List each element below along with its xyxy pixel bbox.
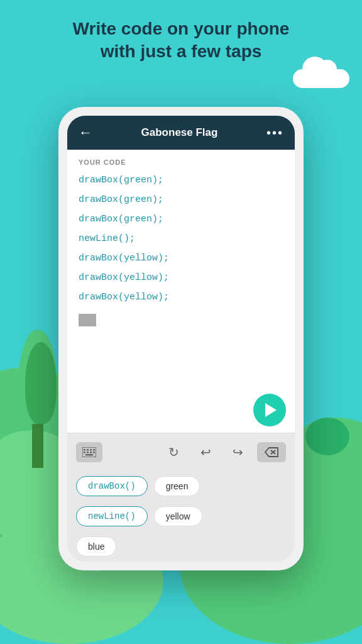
screen-title: Gabonese Flag xyxy=(141,126,218,139)
chip-newline[interactable]: newLine() xyxy=(76,506,148,526)
text-cursor xyxy=(79,314,96,326)
delete-icon xyxy=(265,447,278,457)
svg-rect-8 xyxy=(93,452,95,453)
code-line-5: drawBox(yellow); xyxy=(79,252,283,265)
more-button[interactable]: ••• xyxy=(266,126,283,140)
keyboard-toggle-button[interactable] xyxy=(76,442,102,462)
code-line-1: drawBox(green); xyxy=(79,174,283,187)
code-line-2: drawBox(green); xyxy=(79,193,283,206)
tree-top-dark xyxy=(25,342,57,424)
back-button[interactable]: ← xyxy=(79,125,92,141)
bush-decoration xyxy=(305,418,349,455)
chip-drawbox[interactable]: drawBox() xyxy=(76,476,148,496)
chip-blue[interactable]: blue xyxy=(76,536,116,557)
tree-decoration xyxy=(19,330,57,468)
run-button[interactable] xyxy=(253,394,286,426)
code-line-3: drawBox(green); xyxy=(79,213,283,226)
refresh-button[interactable]: ↻ xyxy=(161,440,187,465)
code-line-6: drawBox(yellow); xyxy=(79,271,283,284)
chips-row-3: blue xyxy=(67,531,295,562)
svg-rect-9 xyxy=(85,454,93,456)
headline-text: Write code on your phone with just a few… xyxy=(25,18,337,64)
redo-button[interactable]: ↪ xyxy=(225,440,251,465)
keyboard-icon xyxy=(82,447,96,457)
code-line-4: newLine(); xyxy=(79,232,283,245)
svg-rect-6 xyxy=(87,452,89,453)
svg-rect-4 xyxy=(93,449,95,451)
phone-screen: ← Gabonese Flag ••• YOUR CODE drawBox(gr… xyxy=(67,116,295,562)
headline: Write code on your phone with just a few… xyxy=(0,18,362,64)
code-label: YOUR CODE xyxy=(79,158,283,166)
chip-yellow[interactable]: yellow xyxy=(154,506,202,526)
phone-frame: ← Gabonese Flag ••• YOUR CODE drawBox(gr… xyxy=(58,107,304,570)
svg-rect-3 xyxy=(90,449,92,451)
svg-rect-2 xyxy=(87,449,89,451)
undo-button[interactable]: ↩ xyxy=(193,440,219,465)
cloud-decoration xyxy=(293,69,349,88)
code-editor[interactable]: YOUR CODE drawBox(green); drawBox(green)… xyxy=(67,150,295,389)
code-line-7: drawBox(yellow); xyxy=(79,291,283,304)
tree-trunk xyxy=(32,424,43,468)
chips-row-2: newLine() yellow xyxy=(67,501,295,531)
chips-row-1: drawBox() green xyxy=(67,471,295,501)
svg-rect-7 xyxy=(90,452,92,453)
svg-rect-1 xyxy=(84,449,85,451)
svg-rect-5 xyxy=(84,452,85,453)
delete-button[interactable] xyxy=(257,442,286,462)
editor-toolbar: ↻ ↩ ↪ xyxy=(67,433,295,471)
chip-green[interactable]: green xyxy=(154,476,200,496)
phone-body: ← Gabonese Flag ••• YOUR CODE drawBox(gr… xyxy=(58,107,304,570)
app-header: ← Gabonese Flag ••• xyxy=(67,116,295,150)
play-wrap xyxy=(67,389,295,433)
